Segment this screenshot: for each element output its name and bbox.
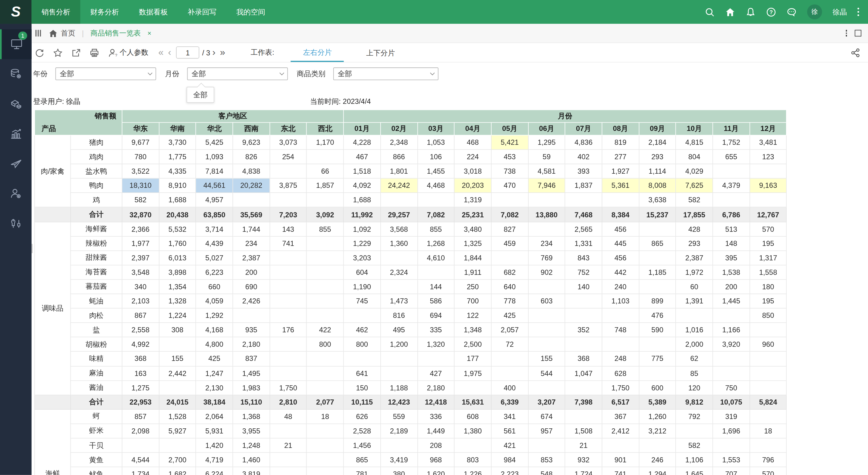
data-cell[interactable]: 1,696 — [713, 424, 749, 438]
data-cell[interactable]: 2,348 — [380, 135, 417, 149]
data-cell[interactable]: 1,620 — [417, 467, 454, 475]
data-cell[interactable]: 857 — [122, 409, 159, 424]
data-cell[interactable]: 59 — [528, 149, 565, 164]
data-cell[interactable]: 2,500 — [454, 337, 491, 351]
data-cell[interactable] — [307, 380, 344, 395]
data-cell[interactable] — [307, 351, 344, 366]
total-value-cell[interactable]: 35,569 — [233, 207, 270, 222]
data-cell[interactable]: 195 — [749, 236, 786, 251]
data-cell[interactable]: 5,927 — [159, 424, 195, 438]
data-cell[interactable]: 18 — [307, 409, 344, 424]
data-cell[interactable]: 427 — [417, 366, 454, 380]
data-cell[interactable]: 18,310 — [122, 178, 159, 193]
data-cell[interactable] — [713, 308, 749, 323]
sidebar-item-data-manage[interactable] — [0, 59, 32, 89]
row-label[interactable]: 鸡 — [70, 193, 122, 207]
data-cell[interactable]: 4,335 — [159, 164, 195, 178]
data-cell[interactable]: 21 — [270, 438, 307, 453]
data-cell[interactable] — [749, 366, 786, 380]
menu-item-sales-analysis[interactable]: 销售分析 — [32, 0, 81, 24]
sidebar-item-resources[interactable] — [0, 89, 32, 119]
data-cell[interactable]: 66 — [307, 164, 344, 178]
data-cell[interactable]: 44,561 — [196, 178, 233, 193]
data-cell[interactable] — [528, 323, 565, 337]
data-cell[interactable]: 582 — [676, 193, 712, 207]
data-cell[interactable]: 224 — [454, 149, 491, 164]
data-cell[interactable]: 968 — [417, 452, 454, 467]
data-cell[interactable]: 1,927 — [602, 164, 639, 178]
data-cell[interactable]: 462 — [344, 323, 380, 337]
data-cell[interactable]: 1,455 — [417, 164, 454, 178]
data-cell[interactable]: 246 — [639, 452, 676, 467]
data-cell[interactable]: 2,223 — [491, 467, 528, 475]
data-cell[interactable]: 9,677 — [122, 135, 159, 149]
app-logo[interactable]: S — [0, 0, 32, 24]
data-cell[interactable]: 1,348 — [454, 323, 491, 337]
print-icon[interactable] — [90, 48, 99, 57]
data-cell[interactable]: 352 — [565, 323, 602, 337]
data-cell[interactable]: 4,957 — [196, 193, 233, 207]
data-cell[interactable] — [528, 222, 565, 236]
data-cell[interactable]: 9,163 — [749, 178, 786, 193]
data-cell[interactable]: 1,744 — [233, 222, 270, 236]
data-cell[interactable]: 4,610 — [417, 250, 454, 265]
data-cell[interactable]: 8,008 — [639, 178, 676, 193]
data-cell[interactable] — [565, 193, 602, 207]
data-cell[interactable]: 899 — [639, 294, 676, 308]
data-cell[interactable]: 804 — [676, 149, 712, 164]
data-cell[interactable]: 1,528 — [159, 409, 195, 424]
data-cell[interactable]: 341 — [491, 409, 528, 424]
data-cell[interactable]: 1,750 — [270, 380, 307, 395]
data-cell[interactable]: 826 — [233, 149, 270, 164]
total-value-cell[interactable]: 12,423 — [380, 395, 417, 409]
chat-icon[interactable] — [786, 7, 797, 17]
data-cell[interactable] — [270, 351, 307, 366]
row-label[interactable]: 海苔酱 — [70, 265, 122, 279]
data-cell[interactable] — [270, 452, 307, 467]
data-cell[interactable]: 422 — [307, 323, 344, 337]
data-cell[interactable]: 335 — [417, 323, 454, 337]
data-cell[interactable]: 380 — [380, 467, 417, 475]
total-value-cell[interactable]: 63,850 — [196, 207, 233, 222]
data-cell[interactable] — [417, 351, 454, 366]
menu-item-my-space[interactable]: 我的空间 — [226, 0, 275, 24]
data-cell[interactable]: 402 — [565, 149, 602, 164]
data-cell[interactable]: 2,189 — [380, 424, 417, 438]
data-cell[interactable] — [270, 250, 307, 265]
total-value-cell[interactable]: 32,870 — [122, 207, 159, 222]
row-label[interactable]: 酱油 — [70, 380, 122, 395]
data-cell[interactable]: 1,911 — [454, 265, 491, 279]
search-icon[interactable] — [705, 7, 715, 17]
data-cell[interactable]: 866 — [380, 149, 417, 164]
data-cell[interactable]: 368 — [565, 351, 602, 366]
data-cell[interactable] — [639, 279, 676, 294]
data-cell[interactable]: 748 — [602, 323, 639, 337]
help-icon[interactable]: ? — [766, 7, 776, 17]
data-cell[interactable]: 3,018 — [454, 164, 491, 178]
data-cell[interactable]: 2,057 — [491, 323, 528, 337]
data-cell[interactable]: 4,228 — [344, 135, 380, 149]
data-cell[interactable]: 3,480 — [454, 222, 491, 236]
data-cell[interactable]: 640 — [491, 279, 528, 294]
data-cell[interactable]: 122 — [454, 308, 491, 323]
data-cell[interactable]: 308 — [159, 323, 195, 337]
data-cell[interactable]: 837 — [233, 351, 270, 366]
row-label[interactable]: 鸭肉 — [70, 178, 122, 193]
data-cell[interactable]: 2,098 — [122, 424, 159, 438]
data-cell[interactable]: 2,387 — [233, 250, 270, 265]
data-cell[interactable] — [380, 250, 417, 265]
total-value-cell[interactable]: 24,015 — [159, 395, 195, 409]
data-cell[interactable]: 144 — [417, 279, 454, 294]
data-cell[interactable] — [565, 380, 602, 395]
total-value-cell[interactable]: 7,398 — [565, 395, 602, 409]
total-value-cell[interactable]: 10,115 — [344, 395, 380, 409]
data-cell[interactable]: 984 — [491, 452, 528, 467]
data-cell[interactable]: 2,412 — [602, 424, 639, 438]
data-cell[interactable]: 208 — [417, 438, 454, 453]
data-cell[interactable]: 155 — [528, 351, 565, 366]
data-cell[interactable] — [528, 279, 565, 294]
data-cell[interactable]: 240 — [602, 279, 639, 294]
data-cell[interactable]: 1,750 — [602, 380, 639, 395]
data-cell[interactable]: 843 — [565, 250, 602, 265]
data-cell[interactable]: 1,188 — [380, 380, 417, 395]
